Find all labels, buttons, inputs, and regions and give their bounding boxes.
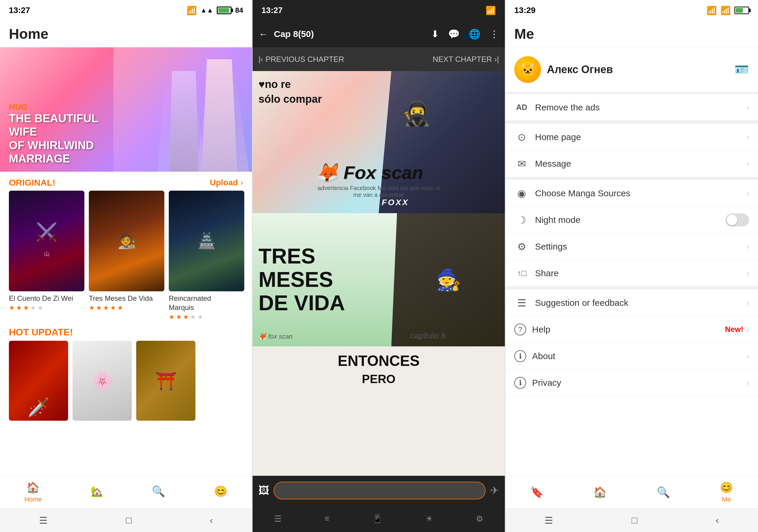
sys-menu-1[interactable]: ☰ <box>39 515 48 526</box>
home-banner[interactable]: HUG THE BEAUTIFUL WIFEOF WHIRLWINDMARRIA… <box>0 48 252 172</box>
chat-input-area[interactable] <box>274 482 486 499</box>
status-bar-1: 13:27 📶 ▲▲ 84 <box>0 0 252 21</box>
chapter-nav: |‹ PREVIOUS CHAPTER NEXT CHAPTER ›| <box>253 48 505 71</box>
download-icon[interactable]: ⬇ <box>431 28 439 40</box>
menu-settings[interactable]: ⚙ Settings › <box>505 233 758 260</box>
upload-area[interactable]: Upload › <box>210 178 243 187</box>
home-nav-icon: 🏠 <box>26 482 40 494</box>
menu-help[interactable]: ? Help New! › <box>505 316 758 343</box>
sys-menu-3[interactable]: ☰ <box>544 515 553 526</box>
menu-about[interactable]: ℹ About › <box>505 343 758 370</box>
battery-icon-3 <box>734 7 749 14</box>
manga-page-2: 🧙 TRESMESESDE VIDA 🦊 fox scan capitulo 8 <box>253 213 505 347</box>
hot-manga-3[interactable]: ⛩️ <box>136 341 195 421</box>
fox-scan-small: 🦊 fox scan <box>258 333 293 341</box>
status-icons-2: 📶 <box>486 6 496 16</box>
menu-message[interactable]: ✉ Message › <box>505 150 758 177</box>
manga-cover-1[interactable]: ⚔️山 <box>9 191 85 291</box>
tres-meses-title: TRESMESESDE VIDA <box>258 245 345 315</box>
char-silhouette-secondary <box>169 71 199 172</box>
nav-profile[interactable]: 😊 <box>214 485 227 499</box>
sys-back-3[interactable]: ‹ <box>716 515 719 526</box>
sys-home-3[interactable]: □ <box>632 515 637 526</box>
sys-menu-2[interactable]: ☰ <box>274 514 282 524</box>
more-icon[interactable]: ⋮ <box>490 28 499 40</box>
ads-arrow: › <box>746 103 749 112</box>
fox-scan-logo-2: 🦊 fox scan <box>258 333 293 341</box>
menu-privacy[interactable]: ℹ Privacy › <box>505 370 758 396</box>
sys-phone-2[interactable]: 📱 <box>372 514 383 524</box>
page-text-1: ♥no resólo compar <box>258 77 322 107</box>
settings-arrow: › <box>746 242 749 251</box>
banner-title: THE BEAUTIFUL WIFEOF WHIRLWINDMARRIAGE <box>9 112 127 166</box>
menu-share[interactable]: ↑□ Share › <box>505 260 758 286</box>
capitulo-label: capitulo 8 <box>410 331 446 341</box>
menu-home-page[interactable]: ⊙ Home page › <box>505 124 758 150</box>
menu-night-mode[interactable]: ☽ Night mode <box>505 207 758 233</box>
status-icons-3: 📶 📶 <box>706 6 749 16</box>
sys-bright-2[interactable]: ☀ <box>426 514 433 524</box>
share-icon: ↑□ <box>514 269 529 278</box>
menu-feedback[interactable]: ☰ Suggestion or feedback › <box>505 289 758 316</box>
user-avatar[interactable]: 🐱 <box>514 56 541 83</box>
night-mode-toggle[interactable] <box>725 214 749 226</box>
manga-cover-text-1: ⚔️山 <box>36 223 58 259</box>
menu-divider-2 <box>505 177 758 180</box>
manga-item-1[interactable]: ⚔️山 El Cuento De Zi Wei ★ ★ ★ ★ ★ <box>9 191 85 321</box>
settings-icon: ⚙ <box>514 241 529 252</box>
nav-search[interactable]: 🔍 <box>152 485 165 499</box>
nav-me-3[interactable]: 😊 Me <box>720 482 733 503</box>
hot-manga-1[interactable]: 🗡️ <box>9 341 68 421</box>
phone-me: 13:29 📶 📶 Me 🐱 Алекс Огнев 🪪 AD Remove t… <box>505 0 758 532</box>
nav-bookmarks-3[interactable]: 🔖 <box>530 486 544 499</box>
manga-item-3[interactable]: 🏯 ReincarnatedMarquis ★ ★ ★ ★ ★ <box>169 191 244 321</box>
home-header: Home <box>0 21 252 48</box>
sys-back-1[interactable]: ‹ <box>210 515 213 526</box>
capitulo-text: capitulo 8 <box>410 331 446 341</box>
send-icon[interactable]: ✈ <box>490 484 499 497</box>
profile-edit-btn[interactable]: 🪪 <box>734 63 749 77</box>
about-icon: ℹ <box>514 350 526 362</box>
menu-divider-1 <box>505 121 758 124</box>
toggle-knob <box>727 215 737 225</box>
original-section-header: ORIGINAL! Upload › <box>0 172 252 191</box>
manga-cover-2[interactable]: 🧑‍🎨 <box>89 191 164 291</box>
nav-library[interactable]: 🏡 <box>90 485 103 499</box>
prev-label: PREVIOUS CHAPTER <box>265 55 344 64</box>
menu-remove-ads[interactable]: AD Remove the ads › <box>505 94 758 121</box>
manga-item-2[interactable]: 🧑‍🎨 Tres Meses De Vida ★ ★ ★ ★ ★ <box>89 191 164 321</box>
nav-search-3[interactable]: 🔍 <box>657 486 670 499</box>
manga-cover-3[interactable]: 🏯 <box>169 191 244 291</box>
reader-header: ← Cap 8(50) ⬇ 💬 🌐 ⋮ <box>253 21 505 48</box>
hot-icon-1: 🗡️ <box>27 397 50 418</box>
gallery-icon[interactable]: 🖼 <box>258 484 269 497</box>
message-arrow: › <box>746 159 749 168</box>
help-badge: New! <box>725 325 743 334</box>
prev-chapter-btn[interactable]: |‹ PREVIOUS CHAPTER <box>258 55 344 64</box>
sys-settings-2[interactable]: ⚙ <box>476 514 483 524</box>
about-arrow: › <box>746 351 749 361</box>
hot-manga-2[interactable]: 🌸 <box>73 341 132 421</box>
home-icon-3: 🏠 <box>593 486 607 499</box>
reader-back-btn[interactable]: ← <box>258 29 268 40</box>
sys-list-2[interactable]: ≡ <box>325 514 329 523</box>
next-chapter-btn[interactable]: NEXT CHAPTER ›| <box>432 55 499 64</box>
nav-home[interactable]: 🏠 Home <box>24 482 42 503</box>
globe-icon[interactable]: 🌐 <box>469 28 481 40</box>
nav-home-3[interactable]: 🏠 <box>593 486 607 499</box>
manga-content: 🥷 FOXX ♥no resólo compar 🦊 Fox scan adve… <box>253 71 505 476</box>
upload-label[interactable]: Upload <box>210 178 238 187</box>
chat-icon[interactable]: 💬 <box>448 28 460 40</box>
privacy-arrow: › <box>746 378 749 387</box>
signal-icon: 📶 <box>187 6 197 16</box>
me-title: Me <box>514 26 534 42</box>
manga-title-3: ReincarnatedMarquis <box>169 294 244 312</box>
signal-icon-2: 📶 <box>486 6 496 16</box>
feedback-arrow: › <box>746 298 749 308</box>
page-text-content-1: ♥no resólo compar <box>258 77 322 107</box>
menu-manga-sources[interactable]: ◉ Choose Manga Sources › <box>505 180 758 207</box>
search-nav-icon: 🔍 <box>152 485 165 498</box>
wifi-icon-3: 📶 <box>720 6 731 16</box>
sys-home-1[interactable]: □ <box>126 515 131 526</box>
time-1: 13:27 <box>9 6 30 15</box>
